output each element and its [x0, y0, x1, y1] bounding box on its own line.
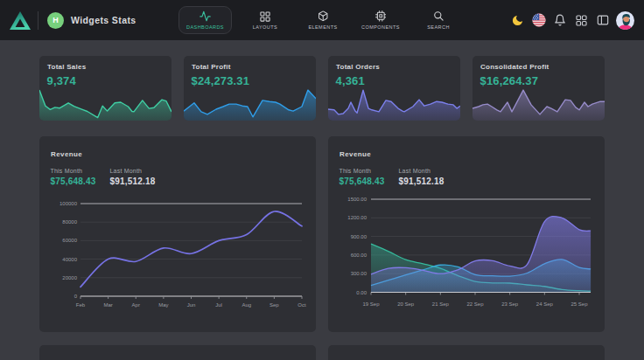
sparkline-chart — [328, 84, 460, 121]
bottom-card-left — [39, 345, 316, 360]
svg-text:19 Sep: 19 Sep — [362, 301, 380, 307]
nav-item-label: DASHBOARDS — [186, 24, 224, 30]
stat-card-title: Total Orders — [336, 63, 380, 71]
stat-card-title: Total Sales — [47, 63, 86, 71]
this-month-value: $75,648.43 — [340, 177, 385, 186]
svg-text:600.00: 600.00 — [351, 253, 368, 258]
nav-item-label: SEARCH — [427, 24, 450, 30]
svg-text:1200.00: 1200.00 — [347, 215, 367, 220]
main-nav: DASHBOARDS LAYOUTS ELEMENTS — [178, 0, 467, 40]
this-month-label: This Month — [340, 168, 385, 174]
nav-item-dashboards[interactable]: DASHBOARDS — [178, 6, 232, 34]
brand-divider — [38, 11, 38, 30]
activity-icon — [200, 10, 211, 22]
stat-card-total-sales: Total Sales 9,374 — [39, 56, 172, 121]
svg-text:21 Sep: 21 Sep — [432, 301, 450, 307]
svg-text:Feb: Feb — [76, 302, 86, 308]
svg-text:20000: 20000 — [62, 275, 77, 280]
svg-text:Oct: Oct — [298, 302, 306, 308]
svg-text:300.00: 300.00 — [351, 271, 368, 276]
svg-text:Mar: Mar — [103, 302, 112, 308]
stat-card-total-profit: Total Profit $24,273.31 — [184, 56, 316, 121]
brand-initial: H — [52, 16, 59, 24]
last-month-value: $91,512.18 — [110, 177, 156, 186]
cpu-icon — [375, 10, 387, 22]
nav-item-components[interactable]: COMPONENTS — [352, 6, 410, 34]
sparkline-chart — [39, 84, 172, 121]
theme-toggle-button[interactable] — [507, 0, 528, 40]
bottom-card-right — [328, 345, 605, 360]
svg-text:100000: 100000 — [60, 201, 78, 206]
bell-icon — [554, 14, 566, 26]
brand-initial-badge: H — [47, 12, 64, 29]
language-button[interactable] — [528, 0, 550, 40]
sidebar-toggle-icon — [597, 14, 609, 26]
dashboard-content: Total Sales 9,374 Total Profit $24,273.3… — [0, 40, 644, 360]
revenue-card-line: Revenue This Month $75,648.43 Last Month… — [39, 136, 316, 332]
svg-text:25 Sep: 25 Sep — [570, 301, 588, 307]
this-month-label: This Month — [51, 168, 96, 174]
apps-button[interactable] — [571, 0, 593, 40]
notifications-button[interactable] — [550, 0, 571, 40]
last-month-label: Last Month — [399, 168, 444, 174]
nav-item-layouts[interactable]: LAYOUTS — [236, 6, 294, 34]
layout-grid-icon — [260, 10, 270, 22]
svg-text:Sep: Sep — [270, 302, 279, 308]
revenue-line-chart: 020000400006000080000100000FebMarAprMayJ… — [39, 196, 316, 332]
last-month-value: $91,512.18 — [399, 177, 444, 186]
revenue-cards-row: Revenue This Month $75,648.43 Last Month… — [39, 136, 605, 332]
avatar — [616, 11, 634, 30]
last-month-block: Last Month $91,512.18 — [399, 168, 444, 186]
svg-text:60000: 60000 — [62, 238, 77, 243]
svg-text:23 Sep: 23 Sep — [501, 301, 519, 307]
svg-text:Aug: Aug — [242, 302, 251, 308]
sparkline-chart — [472, 84, 605, 121]
brand[interactable]: H Widgets Stats — [0, 0, 136, 40]
card-title: Revenue — [340, 150, 371, 158]
stat-card-total-orders: Total Orders 4,361 — [328, 56, 460, 121]
svg-text:900.00: 900.00 — [351, 234, 368, 239]
revenue-area-chart: 0.00300.00600.00900.001200.001500.0019 S… — [328, 196, 605, 332]
user-menu-button[interactable] — [615, 0, 635, 40]
last-month-block: Last Month $91,512.18 — [110, 168, 156, 186]
nav-item-search[interactable]: SEARCH — [410, 6, 467, 34]
card-title: Revenue — [51, 150, 82, 158]
svg-text:Jun: Jun — [187, 302, 196, 308]
box-icon — [318, 10, 329, 22]
last-month-label: Last Month — [110, 168, 156, 174]
nav-item-label: ELEMENTS — [308, 24, 337, 30]
svg-text:20 Sep: 20 Sep — [397, 301, 415, 307]
sparkline-chart — [184, 84, 316, 121]
stat-card-title: Total Profit — [192, 63, 231, 71]
top-navbar: H Widgets Stats DASHBOARDS LAYOUTS — [0, 0, 644, 40]
apps-grid-icon — [576, 15, 587, 26]
svg-text:May: May — [158, 302, 168, 308]
nav-item-label: COMPONENTS — [361, 24, 400, 30]
this-month-block: This Month $75,648.43 — [340, 168, 385, 186]
search-icon — [433, 10, 444, 22]
nav-item-elements[interactable]: ELEMENTS — [294, 6, 352, 34]
us-flag-icon — [532, 13, 546, 27]
svg-text:0.00: 0.00 — [356, 290, 367, 295]
svg-text:0: 0 — [74, 294, 78, 299]
stat-card-title: Consolidated Profit — [480, 63, 550, 71]
svg-text:22 Sep: 22 Sep — [466, 301, 484, 307]
svg-text:Apr: Apr — [132, 302, 140, 308]
topbar-actions — [507, 0, 635, 40]
nav-item-label: LAYOUTS — [253, 24, 277, 30]
stat-cards-row: Total Sales 9,374 Total Profit $24,273.3… — [39, 56, 605, 121]
svg-text:80000: 80000 — [62, 219, 77, 225]
this-month-block: This Month $75,648.43 — [51, 168, 96, 186]
layout-toggle-button[interactable] — [592, 0, 614, 40]
revenue-card-area: Revenue This Month $75,648.43 Last Month… — [328, 136, 605, 332]
svg-text:Jul: Jul — [215, 302, 222, 308]
page-title: Widgets Stats — [71, 15, 136, 25]
svg-text:1500.00: 1500.00 — [347, 197, 367, 202]
brand-logo-icon — [10, 11, 31, 30]
svg-text:40000: 40000 — [62, 257, 77, 262]
stat-card-consolidated-profit: Consolidated Profit $16,264.37 — [472, 56, 605, 121]
this-month-value: $75,648.43 — [51, 177, 96, 186]
moon-icon — [511, 14, 524, 27]
svg-text:24 Sep: 24 Sep — [536, 301, 554, 307]
bottom-cards-row — [39, 345, 605, 360]
